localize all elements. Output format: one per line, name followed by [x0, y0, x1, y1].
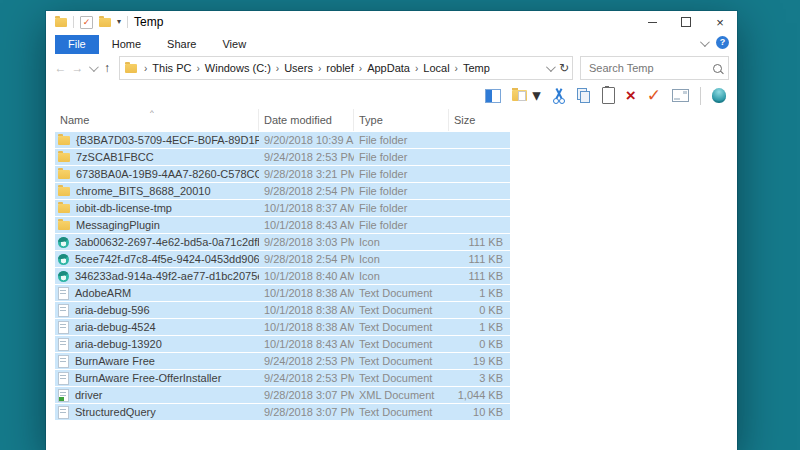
table-row[interactable]: aria-debug-59610/1/2018 8:38 AMText Docu…	[55, 302, 510, 319]
table-row[interactable]: driver9/28/2018 3:07 PMXML Document1,044…	[55, 387, 510, 404]
command-toolbar: ▾×✓	[46, 82, 737, 109]
table-row[interactable]: 3ab00632-2697-4e62-bd5a-0a71c2dfb2...9/2…	[55, 234, 510, 251]
search-input[interactable]	[587, 61, 713, 75]
table-row[interactable]: 7zSCAB1FBCC9/24/2018 2:53 PMFile folder	[55, 149, 510, 166]
new-folder-icon[interactable]	[512, 90, 527, 101]
breadcrumb-item-users[interactable]: Users	[282, 62, 315, 74]
expand-ribbon-button[interactable]	[700, 33, 707, 51]
type-cell: File folder	[354, 202, 449, 214]
file-name: aria-debug-13920	[75, 338, 162, 350]
search-box[interactable]	[580, 56, 729, 80]
window-controls: ×	[635, 11, 737, 33]
file-name-cell: aria-debug-4524	[55, 321, 259, 334]
file-name-cell: chrome_BITS_8688_20010	[55, 185, 259, 197]
text-doc-icon	[58, 355, 69, 368]
up-button[interactable]: ↑	[98, 61, 116, 75]
size-cell: 0 KB	[449, 304, 510, 316]
back-button[interactable]: ←	[52, 61, 69, 75]
table-row[interactable]: 5cee742f-d7c8-4f5e-9424-0453dd9069f8...9…	[55, 251, 510, 268]
recent-locations-button[interactable]	[86, 65, 98, 72]
table-row[interactable]: aria-debug-1392010/1/2018 8:43 AMText Do…	[55, 336, 510, 353]
table-row[interactable]: AdobeARM10/1/2018 8:38 AMText Document1 …	[55, 285, 510, 302]
folder-icon[interactable]	[55, 18, 67, 27]
folder-icon	[58, 204, 70, 213]
column-header-size[interactable]: Size	[449, 109, 510, 131]
preview-pane-icon[interactable]	[485, 89, 501, 103]
separator	[127, 16, 128, 28]
refresh-button[interactable]: ↻	[559, 61, 569, 75]
breadcrumb-item-roblef[interactable]: roblef	[324, 62, 356, 74]
properties-check-icon[interactable]: ✓	[80, 16, 93, 29]
table-row[interactable]: BurnAware Free9/24/2018 2:53 PMText Docu…	[55, 353, 510, 370]
search-icon	[713, 64, 722, 73]
file-name: AdobeARM	[75, 287, 131, 299]
column-header-name[interactable]: Name ^	[55, 109, 259, 131]
table-row[interactable]: chrome_BITS_8688_200109/28/2018 2:54 PMF…	[55, 183, 510, 200]
column-header-date-modified[interactable]: Date modified	[259, 109, 354, 131]
file-name: StructuredQuery	[75, 406, 156, 418]
file-rows: {B3BA7D03-5709-4ECF-B0FA-89D1FD00...9/20…	[55, 132, 510, 421]
breadcrumb-separator: ›	[356, 63, 365, 74]
tab-share[interactable]: Share	[154, 35, 209, 54]
forward-button[interactable]: →	[69, 61, 86, 75]
close-button[interactable]: ×	[703, 11, 737, 33]
breadcrumb-item-temp[interactable]: Temp	[461, 62, 492, 74]
explorer-window: ✓▾ Temp × File Home Share View ? ← → ↑ ›…	[46, 11, 737, 450]
size-cell: 111 KB	[449, 236, 510, 248]
date-modified-cell: 10/1/2018 8:37 AM	[259, 202, 354, 214]
file-name-cell: iobit-db-license-tmp	[55, 202, 259, 214]
shell-icon[interactable]	[712, 88, 726, 103]
cut-icon[interactable]	[552, 88, 566, 104]
column-header-name-label: Name	[60, 114, 89, 126]
slide-icon[interactable]	[672, 89, 689, 102]
table-row[interactable]: StructuredQuery9/28/2018 3:07 PMText Doc…	[55, 404, 510, 421]
chevron-down-icon	[546, 62, 556, 72]
date-modified-cell: 9/28/2018 3:07 PM	[259, 406, 354, 418]
file-name: 6738BA0A-19B9-4AA7-8260-C578CC5FE	[76, 168, 259, 180]
address-dropdown-button[interactable]	[546, 62, 553, 74]
copy-icon[interactable]	[577, 88, 591, 103]
sort-ascending-icon: ^	[150, 109, 154, 117]
type-cell: Text Document	[354, 338, 449, 350]
breadcrumb-item-appdata[interactable]: AppData	[365, 62, 412, 74]
minimize-button[interactable]	[635, 11, 669, 33]
type-cell: File folder	[354, 151, 449, 163]
maximize-button[interactable]	[669, 11, 703, 33]
table-row[interactable]: MessagingPlugin10/1/2018 8:43 AMFile fol…	[55, 217, 510, 234]
breadcrumb-item-this-pc[interactable]: This PC	[150, 62, 193, 74]
table-row[interactable]: 6738BA0A-19B9-4AA7-8260-C578CC5FE9/28/20…	[55, 166, 510, 183]
breadcrumb-separator: ›	[452, 63, 461, 74]
help-button[interactable]: ?	[716, 36, 729, 49]
type-cell: File folder	[354, 185, 449, 197]
date-modified-cell: 10/1/2018 8:43 AM	[259, 219, 354, 231]
column-headers: Name ^ Date modified Type Size	[55, 109, 510, 131]
confirm-icon[interactable]: ✓	[647, 87, 661, 105]
chevron-down-icon	[88, 62, 98, 72]
tab-file[interactable]: File	[55, 35, 99, 54]
new-folder-dropdown-icon[interactable]: ▾	[532, 87, 541, 105]
breadcrumb-item-local[interactable]: Local	[421, 62, 451, 74]
table-row[interactable]: iobit-db-license-tmp10/1/2018 8:37 AMFil…	[55, 200, 510, 217]
breadcrumb-separator: ›	[141, 63, 150, 74]
column-header-type[interactable]: Type	[354, 109, 449, 131]
address-bar[interactable]: › This PC›Windows (C:)›Users›roblef›AppD…	[119, 56, 573, 80]
file-name-cell: aria-debug-13920	[55, 338, 259, 351]
breadcrumb-separator: ›	[315, 63, 324, 74]
folder-icon	[58, 221, 70, 230]
customize-qat-dropdown-icon[interactable]: ▾	[117, 18, 121, 26]
paste-icon[interactable]	[602, 87, 615, 104]
table-row[interactable]: 346233ad-914a-49f2-ae77-d1bc2075e69...10…	[55, 268, 510, 285]
delete-icon[interactable]: ×	[626, 87, 636, 105]
file-list-area: Name ^ Date modified Type Size {B3BA7D03…	[46, 109, 737, 450]
file-name: BurnAware Free-OfferInstaller	[75, 372, 221, 384]
file-name: MessagingPlugin	[76, 219, 160, 231]
table-row[interactable]: BurnAware Free-OfferInstaller9/24/2018 2…	[55, 370, 510, 387]
table-row[interactable]: {B3BA7D03-5709-4ECF-B0FA-89D1FD00...9/20…	[55, 132, 510, 149]
folder-icon[interactable]	[99, 18, 111, 27]
tab-home[interactable]: Home	[99, 35, 154, 54]
file-name: iobit-db-license-tmp	[76, 202, 172, 214]
size-cell: 1 KB	[449, 321, 510, 333]
breadcrumb-item-windows-c-[interactable]: Windows (C:)	[203, 62, 273, 74]
table-row[interactable]: aria-debug-452410/1/2018 8:38 AMText Doc…	[55, 319, 510, 336]
tab-view[interactable]: View	[209, 35, 259, 54]
